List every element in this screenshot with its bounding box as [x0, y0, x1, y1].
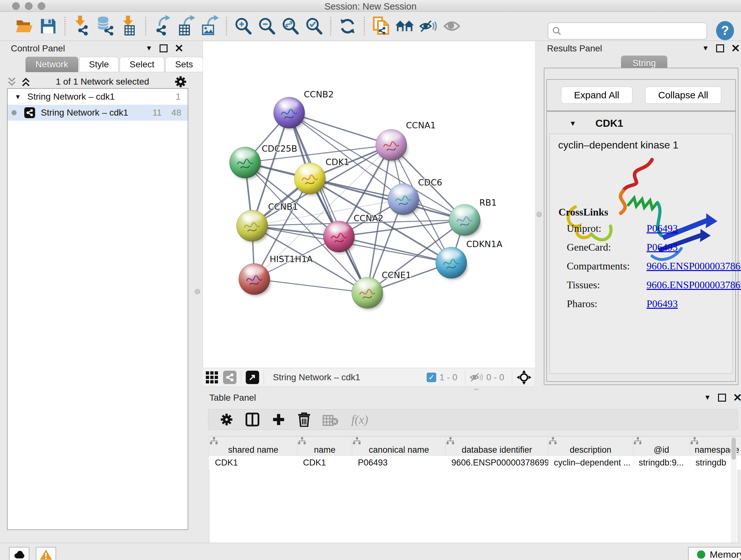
- left-divider-handle[interactable]: [195, 289, 200, 294]
- network-edge-CCNB2-CCNE1[interactable]: [289, 113, 367, 293]
- grid-view-icon[interactable]: [206, 371, 218, 383]
- control-tab-network[interactable]: Network: [25, 57, 78, 72]
- network-node-HIST1H1A[interactable]: HIST1H1A: [239, 254, 313, 296]
- network-view-toolbar: String Network – cdk1 ✓ 1 - 0 0 - 0: [203, 368, 535, 387]
- zoom-selected-button[interactable]: [305, 16, 324, 36]
- panel-menu-icon[interactable]: ▼: [704, 393, 711, 401]
- control-panel-tabs: NetworkStyleSelectSets: [25, 57, 204, 72]
- network-node-CDK1[interactable]: CDK1: [294, 157, 349, 195]
- control-tab-select[interactable]: Select: [120, 57, 164, 72]
- save-session-button[interactable]: [39, 16, 58, 36]
- collapse-all-button[interactable]: Collapse All: [645, 86, 722, 104]
- zoom-out-button[interactable]: [257, 16, 276, 36]
- panel-close-icon[interactable]: ✕: [733, 394, 741, 401]
- expand-all-button[interactable]: Expand All: [561, 86, 632, 104]
- network-options-gear-icon[interactable]: [174, 75, 187, 88]
- zoom-in-icon: [234, 17, 252, 35]
- control-tab-sets[interactable]: Sets: [165, 57, 203, 72]
- refresh-view-button[interactable]: [338, 16, 357, 36]
- export-table-button[interactable]: [177, 16, 196, 36]
- crosslink-label: Pharos:: [567, 298, 627, 310]
- network-node-CCNE1[interactable]: CCNE1: [352, 270, 411, 310]
- delete-column-trash-icon[interactable]: [298, 412, 311, 427]
- table-panel-title: Table Panel: [209, 393, 256, 402]
- panel-menu-icon[interactable]: ▼: [702, 44, 709, 52]
- memory-button[interactable]: Memory: [688, 547, 741, 560]
- gene-header[interactable]: ▼ CDK1: [547, 112, 735, 134]
- export-network-button[interactable]: [153, 16, 172, 36]
- network-node-CDKN1A[interactable]: CDKN1A: [435, 239, 502, 280]
- panel-close-icon[interactable]: ✕: [731, 45, 740, 51]
- network-edge-HIST1H1A-CCNE1[interactable]: [254, 279, 367, 293]
- right-divider-handle[interactable]: [536, 212, 542, 217]
- panel-float-icon[interactable]: [159, 44, 167, 52]
- selected-checkbox-icon[interactable]: ✓: [427, 373, 436, 382]
- column-header-name[interactable]: name: [297, 436, 352, 455]
- gene-collapse-icon[interactable]: ▼: [569, 119, 576, 128]
- search-field[interactable]: [548, 22, 707, 40]
- crosslink-row: Uniprot:P06493: [567, 223, 741, 234]
- table-row[interactable]: CDK1CDK1P064939606.ENSP00000378699cyclin…: [209, 455, 741, 470]
- open-folder-icon: [16, 19, 33, 34]
- panel-close-icon[interactable]: ✕: [175, 45, 184, 51]
- crosslink-label: GeneCard:: [567, 241, 627, 253]
- node-label: CCNA2: [354, 213, 384, 223]
- function-builder-icon: f(x): [351, 413, 368, 427]
- show-all-windows-button[interactable]: [395, 16, 414, 36]
- create-column-plus-icon[interactable]: [272, 413, 286, 427]
- split-view-icon[interactable]: [246, 413, 259, 427]
- tree-collapse-icon[interactable]: ▼: [15, 93, 21, 101]
- column-header-shared-name[interactable]: shared name: [209, 436, 297, 455]
- panel-float-icon[interactable]: [718, 394, 726, 401]
- results-panel-title: Results Panel: [547, 44, 602, 53]
- network-icon: [24, 107, 35, 118]
- zoom-in-button[interactable]: [233, 16, 253, 36]
- import-network-from-database-button[interactable]: [96, 16, 115, 36]
- import-network-from-file-button[interactable]: [72, 16, 91, 36]
- warning-button[interactable]: [36, 547, 56, 560]
- network-status-dot: [11, 110, 17, 115]
- export-image-button[interactable]: [200, 16, 219, 36]
- collapse-all-icon[interactable]: [7, 77, 17, 87]
- eye-icon: [444, 20, 460, 32]
- network-node-CCNA1[interactable]: CCNA1: [376, 120, 436, 162]
- show-hidden-button[interactable]: [442, 16, 461, 36]
- detach-view-icon[interactable]: [246, 371, 259, 384]
- nav-separator: [241, 370, 241, 384]
- crosslink-link-tissues[interactable]: 9606.ENSP00000378699: [647, 279, 741, 291]
- help-button[interactable]: ?: [716, 21, 734, 40]
- birds-eye-view-icon[interactable]: [517, 370, 531, 385]
- crosslink-link-pharos[interactable]: P06493: [647, 298, 678, 310]
- column-header-database-identifier[interactable]: database identifier: [446, 436, 548, 455]
- network-canvas[interactable]: CCNB2CCNA1CDC25BCDK1CDC6RB1CCNB1CCNA2CDK…: [203, 41, 535, 368]
- network-collection-row[interactable]: ▼ String Network – cdk1 1: [8, 89, 188, 105]
- column-header-canonical-name[interactable]: canonical name: [352, 436, 446, 455]
- crosslink-row: Compartments:9606.ENSP00000378699: [567, 260, 741, 272]
- column-header-description[interactable]: description: [548, 436, 633, 455]
- zoom-fit-button[interactable]: [281, 16, 300, 36]
- memory-label: Memory: [710, 549, 741, 560]
- duplicate-network-button[interactable]: [372, 16, 391, 36]
- cloud-button[interactable]: [9, 547, 29, 560]
- network-node-CDC25B[interactable]: CDC25B: [229, 144, 297, 179]
- hide-selected-button[interactable]: [419, 16, 438, 36]
- panel-float-icon[interactable]: [716, 44, 724, 52]
- crosslink-label: Uniprot:: [567, 223, 627, 234]
- panel-menu-icon[interactable]: ▼: [145, 44, 152, 52]
- share-network-icon[interactable]: [223, 371, 237, 384]
- network-node-CCNB1[interactable]: CCNB1: [237, 202, 298, 243]
- table-vertical-scrollbar[interactable]: [731, 437, 737, 560]
- crosslink-link-genecard[interactable]: P06493: [647, 241, 678, 253]
- crosslink-link-compartments[interactable]: 9606.ENSP00000378699: [647, 260, 741, 272]
- column-header--id[interactable]: @id: [633, 436, 690, 455]
- control-tab-style[interactable]: Style: [79, 57, 119, 72]
- network-row-selected[interactable]: String Network – cdk1 11 48: [8, 105, 188, 121]
- network-node-CDC6[interactable]: CDC6: [388, 178, 442, 216]
- expand-all-icon[interactable]: [21, 77, 30, 87]
- crosslink-link-uniprot[interactable]: P06493: [647, 223, 678, 234]
- table-settings-gear-icon[interactable]: [220, 413, 233, 426]
- import-table-from-file-button[interactable]: [119, 16, 138, 36]
- open-session-button[interactable]: [15, 16, 34, 36]
- network-node-RB1[interactable]: RB1: [449, 198, 496, 237]
- search-input[interactable]: [562, 26, 697, 37]
